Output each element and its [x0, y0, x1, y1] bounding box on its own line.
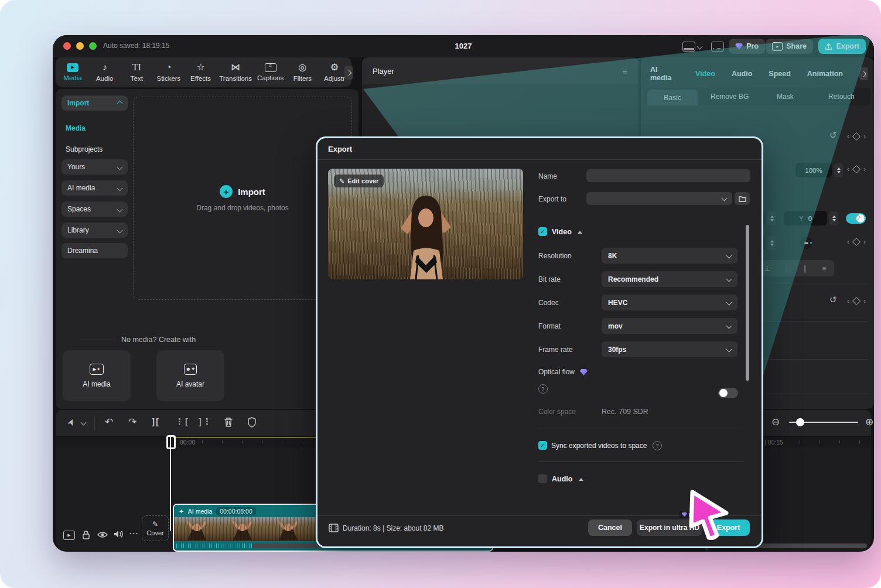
inspector-tab-speed[interactable]: Speed — [769, 70, 791, 78]
tab-transitions[interactable]: ⋈Transitions — [219, 62, 252, 82]
keyframe-nav[interactable]: ‹› — [847, 297, 866, 305]
close-window-button[interactable] — [63, 42, 71, 50]
pro-button[interactable]: Pro — [729, 39, 765, 54]
chevron-down-icon — [726, 276, 732, 282]
maximize-window-button[interactable] — [89, 42, 97, 50]
pencil-icon: ✎ — [339, 177, 344, 185]
sidebar-item-dreamina[interactable]: Dreamina — [62, 243, 128, 258]
slider-knob[interactable] — [796, 418, 804, 426]
keyframe-nav[interactable]: ‹› — [847, 213, 866, 221]
tab-effects[interactable]: ☆Effects — [187, 62, 214, 82]
cancel-button[interactable]: Cancel — [588, 519, 632, 536]
export-button-topbar[interactable]: Export — [818, 39, 866, 54]
codec-select[interactable]: HEVC — [602, 295, 737, 310]
subtab-mask[interactable]: Mask — [777, 93, 794, 101]
collapse-video-icon[interactable] — [578, 231, 582, 234]
sidebar-item-library[interactable]: Library — [62, 223, 128, 238]
export-confirm-button[interactable]: Export — [707, 519, 750, 536]
undo-icon[interactable]: ↶ — [105, 416, 113, 428]
export-to-input[interactable] — [586, 192, 732, 205]
more-options-icon[interactable]: ⋯ — [127, 528, 140, 539]
delete-icon[interactable] — [223, 416, 234, 428]
dialog-scrollbar[interactable] — [746, 225, 749, 381]
rotation-dial[interactable] — [800, 237, 812, 249]
subtab-retouch[interactable]: Retouch — [828, 93, 855, 101]
align-center-vertical-icon[interactable]: ∥ — [803, 264, 807, 273]
scale-stepper[interactable] — [834, 163, 843, 177]
keyframe-nav[interactable]: ‹› — [847, 165, 866, 173]
tab-media[interactable]: ▶ Media — [59, 63, 86, 81]
tab-audio[interactable]: ♪Audio — [91, 62, 118, 82]
keyframe-nav[interactable]: ‹› — [847, 238, 866, 246]
inspector-tab-video[interactable]: Video — [695, 70, 715, 78]
browse-folder-button[interactable] — [735, 192, 750, 205]
scale-value-field[interactable]: 100% — [795, 163, 832, 177]
keyframe-nav[interactable]: ‹› — [847, 132, 866, 141]
captions-view-button[interactable] — [711, 42, 724, 54]
audio-checkbox[interactable] — [538, 474, 547, 483]
rotation-stepper[interactable] — [767, 236, 776, 250]
delete-left-icon[interactable]: ⋮[ — [175, 416, 189, 427]
sidebar-item-media[interactable]: Media — [66, 124, 86, 132]
lock-track-icon[interactable] — [81, 529, 91, 540]
sync-checkbox[interactable]: ✓ — [538, 441, 547, 450]
inspector-tab-animation[interactable]: Animation — [807, 70, 843, 78]
bitrate-select[interactable]: Recommended — [602, 271, 737, 287]
sidebar-item-ai-media[interactable]: AI media — [62, 180, 128, 196]
format-select[interactable]: mov — [602, 318, 737, 334]
tab-stickers[interactable]: ◔Stickers — [155, 62, 182, 82]
position-y-stepper[interactable] — [829, 211, 838, 225]
tab-filters[interactable]: ◎Filters — [289, 62, 316, 82]
mini-player-icon[interactable]: ▶ — [63, 531, 76, 540]
export-ultra-hd-button[interactable]: Export in ultra HD — [637, 519, 702, 536]
edit-cover-chip[interactable]: ✎ Edit cover — [334, 175, 384, 187]
video-checkbox[interactable]: ✓ — [538, 227, 547, 236]
tab-captions[interactable]: ≡Captions — [257, 63, 284, 81]
resolution-select[interactable]: 8K — [602, 248, 737, 264]
reset-icon[interactable]: ↺ — [829, 130, 837, 141]
playhead-handle[interactable] — [166, 435, 176, 449]
select-tool-chevron-icon[interactable] — [81, 420, 87, 426]
zoom-in-icon[interactable]: ⊕ — [865, 416, 873, 428]
resolution-label: Resolution — [538, 252, 572, 260]
collapse-audio-icon[interactable] — [579, 478, 583, 481]
optical-flow-toggle[interactable] — [718, 388, 738, 398]
delete-right-icon[interactable]: ]⋮ — [199, 416, 213, 427]
distribute-icon[interactable]: ≡ — [822, 264, 827, 273]
tab-text[interactable]: TIText — [123, 62, 150, 82]
redo-icon[interactable]: ↷ — [128, 416, 136, 428]
mute-track-icon[interactable] — [113, 529, 124, 539]
inspector-tabs-expand-button[interactable] — [859, 67, 868, 80]
framerate-select[interactable]: 30fps — [602, 341, 737, 357]
sidebar-item-import[interactable]: Import — [62, 95, 128, 111]
timeline-zoom-slider[interactable] — [789, 422, 858, 423]
align-bottom-icon[interactable]: ⊥ — [764, 264, 770, 273]
inspector-tab-audio[interactable]: Audio — [732, 70, 752, 78]
ai-avatar-button[interactable]: ☻✦ AI avatar — [156, 350, 224, 401]
toggle-visibility-icon[interactable] — [97, 531, 108, 539]
mask-shield-icon[interactable] — [247, 416, 257, 428]
position-y-field[interactable]: Y0 — [784, 211, 827, 225]
share-button[interactable]: ▸ Share — [766, 39, 813, 54]
help-icon[interactable]: ? — [538, 384, 548, 394]
layout-toggle-button[interactable] — [682, 42, 702, 52]
sidebar-item-subprojects[interactable]: Subprojects — [66, 145, 103, 153]
toolbar-expand-button[interactable] — [344, 66, 353, 80]
reset-icon[interactable]: ↺ — [829, 295, 837, 305]
split-icon[interactable]: ][ — [152, 416, 160, 426]
minimize-window-button[interactable] — [76, 42, 84, 50]
ai-media-button[interactable]: ▶✦ AI media — [63, 350, 131, 401]
playhead-line[interactable] — [170, 437, 171, 531]
subtab-basic[interactable]: Basic — [647, 90, 698, 105]
name-input[interactable] — [586, 169, 750, 182]
edit-cover-button[interactable]: ✎ Cover — [142, 515, 169, 541]
zoom-out-icon[interactable]: ⊖ — [771, 416, 780, 428]
subtab-remove-bg[interactable]: Remove BG — [711, 93, 749, 101]
select-tool-icon[interactable]: ➤ — [64, 416, 77, 428]
help-icon[interactable]: ? — [653, 441, 662, 450]
player-menu-icon[interactable]: ≡ — [622, 66, 628, 76]
sidebar-item-spaces[interactable]: Spaces — [62, 201, 128, 217]
sidebar-item-yours[interactable]: Yours — [62, 159, 128, 175]
inspector-tab-ai-media[interactable]: AI media — [650, 66, 679, 82]
position-x-stepper[interactable] — [767, 211, 776, 225]
